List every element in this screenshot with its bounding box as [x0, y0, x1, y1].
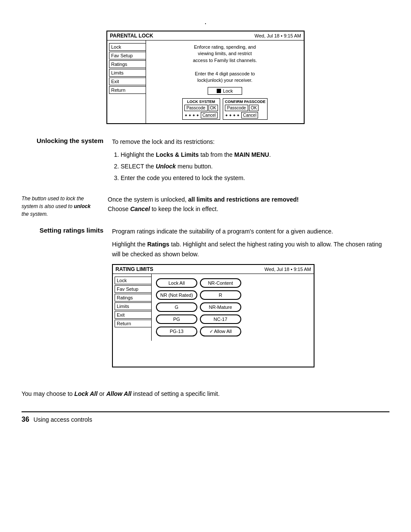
parental-lock-sidebar: Lock Fav Setup Ratings Limits Exit Retur…: [107, 40, 146, 123]
lock-system-title: LOCK SYSTEM: [184, 100, 218, 104]
unlocking-section: Unlocking the system To remove the lock …: [22, 137, 389, 186]
lock-passcode-dots: ✦✦✦✦: [184, 113, 200, 118]
page-footer: 36 Using access controls: [22, 411, 389, 423]
unlocking-steps: Highlight the Locks & Limits tab from th…: [112, 150, 389, 183]
confirm-passcode-title: CONFIRM PASSCODE: [225, 100, 265, 104]
rating-limits-header: RATING LIMITS Wed, Jul 18 • 9:15 AM: [113, 265, 314, 274]
rating-limits-section: Setting ratings limits Program ratings i…: [22, 227, 389, 380]
lock-ok-btn[interactable]: OK: [209, 105, 218, 111]
rating-limits-sidebar: Lock Fav Setup Ratings Limits Exit Retur…: [113, 274, 152, 341]
rating-btn-nr-not-rated[interactable]: NR (Not Rated): [156, 290, 197, 300]
parental-lock-content: Enforce rating, spending, and viewing li…: [146, 40, 304, 123]
parental-description: Enforce rating, spending, and viewing li…: [149, 44, 300, 84]
rating-btn-allow-all[interactable]: ✓ Allow All: [200, 327, 241, 336]
bottom-note-text: You may choose to Lock All or Allow All …: [22, 389, 389, 398]
confirm-passcode-field[interactable]: Passcode: [225, 105, 248, 111]
confirm-passcode-dots: ✦✦✦✦: [225, 113, 240, 118]
unlocking-title: Unlocking the system: [22, 137, 112, 186]
rating-limits-screen-datetime: Wed, Jul 18 • 9:15 AM: [265, 267, 311, 272]
confirm-dots-row: ✦✦✦✦ Cancel: [225, 112, 265, 118]
parental-lock-screenshot-container: PARENTAL LOCK Wed, Jul 18 • 9:15 AM Lock…: [22, 31, 389, 124]
rating-sidebar-lock[interactable]: Lock: [115, 277, 151, 284]
rating-limits-body-inner: Lock Fav Setup Ratings Limits Exit Retur…: [113, 274, 314, 341]
parental-lock-title: PARENTAL LOCK: [110, 33, 153, 39]
rating-sidebar-return[interactable]: Return: [115, 320, 151, 327]
unlocking-note-section: The button used to lock the system is al…: [22, 195, 389, 218]
lock-system-box: LOCK SYSTEM Passcode OK ✦✦✦✦ Cancel: [182, 98, 220, 120]
footer-text: Using access controls: [34, 416, 92, 423]
parental-lock-screen: PARENTAL LOCK Wed, Jul 18 • 9:15 AM Lock…: [106, 31, 305, 124]
lock-icon: [217, 89, 221, 93]
rating-btn-pg13[interactable]: PG-13: [156, 327, 197, 336]
rating-btn-nr-content[interactable]: NR-Content: [200, 278, 241, 288]
unlocking-step-1: Highlight the Locks & Limits tab from th…: [121, 150, 389, 159]
unlocking-bold-note: Once the system is unlocked, all limits …: [108, 195, 389, 214]
lock-system-row: Passcode OK: [184, 105, 218, 111]
confirm-ok-btn[interactable]: OK: [249, 105, 258, 111]
lock-button[interactable]: Lock: [208, 87, 242, 95]
rating-sidebar-fav-setup[interactable]: Fav Setup: [115, 285, 151, 293]
rating-limits-body: Program ratings indicate the suitability…: [112, 227, 389, 380]
rating-limits-screenshot-container: RATING LIMITS Wed, Jul 18 • 9:15 AM Lock…: [112, 264, 389, 367]
sidebar-item-ratings[interactable]: Ratings: [109, 60, 146, 68]
confirm-passcode-box: CONFIRM PASSCODE Passcode OK ✦✦✦✦ Cancel: [223, 98, 268, 120]
rating-btn-nc17[interactable]: NC-17: [200, 314, 241, 324]
rating-buttons-grid: Lock All NR-Content NR (Not Rated) R G N…: [152, 274, 246, 341]
rating-screen-spacer: [113, 341, 314, 367]
rating-btn-lock-all[interactable]: Lock All: [156, 278, 197, 288]
rating-limits-screen-title: RATING LIMITS: [115, 266, 153, 272]
rating-limits-screen: RATING LIMITS Wed, Jul 18 • 9:15 AM Lock…: [112, 264, 314, 367]
unlocking-body: To remove the lock and its restrictions:…: [112, 137, 389, 186]
unlocking-note-body: Once the system is unlocked, all limits …: [108, 195, 389, 218]
unlocking-intro: To remove the lock and its restrictions:: [112, 137, 389, 146]
confirm-passcode-row: Passcode OK: [225, 105, 265, 111]
passcode-area: LOCK SYSTEM Passcode OK ✦✦✦✦ Cancel CONF…: [149, 98, 300, 120]
rating-btn-nr-mature[interactable]: NR-Mature: [200, 302, 241, 312]
lock-system-dots-row: ✦✦✦✦ Cancel: [184, 112, 218, 118]
lock-button-area: Lock: [149, 87, 300, 95]
rating-limits-intro: Program ratings indicate the suitability…: [112, 227, 389, 236]
rating-btn-pg[interactable]: PG: [156, 314, 197, 324]
top-dot: .: [22, 17, 389, 26]
sidebar-item-exit[interactable]: Exit: [109, 78, 146, 85]
unlocking-italic-note: The button used to lock the system is al…: [22, 195, 108, 218]
parental-lock-header: PARENTAL LOCK Wed, Jul 18 • 9:15 AM: [107, 31, 304, 40]
rating-sidebar-ratings[interactable]: Ratings: [115, 294, 151, 302]
parental-lock-body: Lock Fav Setup Ratings Limits Exit Retur…: [107, 40, 304, 123]
rating-btn-g[interactable]: G: [156, 302, 197, 312]
confirm-cancel-btn[interactable]: Cancel: [241, 112, 258, 118]
rating-sidebar-limits[interactable]: Limits: [115, 302, 151, 310]
sidebar-item-lock[interactable]: Lock: [109, 43, 146, 51]
bottom-note: You may choose to Lock All or Allow All …: [22, 389, 389, 398]
lock-passcode-field[interactable]: Passcode: [184, 105, 208, 111]
sidebar-item-return[interactable]: Return: [109, 86, 146, 94]
allow-all-checkmark: ✓: [209, 329, 213, 334]
rating-sidebar-exit[interactable]: Exit: [115, 311, 151, 319]
rating-limits-title: Setting ratings limits: [22, 227, 112, 380]
lock-cancel-btn[interactable]: Cancel: [201, 112, 218, 118]
unlocking-step-2: SELECT the Unlock menu button.: [121, 162, 389, 171]
rating-btn-r[interactable]: R: [200, 290, 241, 300]
parental-lock-datetime: Wed, Jul 18 • 9:15 AM: [255, 33, 301, 38]
rating-limits-instruction: Highlight the Ratings tab. Highlight and…: [112, 240, 389, 259]
sidebar-item-fav-setup[interactable]: Fav Setup: [109, 52, 146, 59]
sidebar-item-limits[interactable]: Limits: [109, 69, 146, 77]
unlocking-step-3: Enter the code you entered to lock the s…: [121, 174, 389, 183]
page-number: 36: [22, 416, 29, 423]
